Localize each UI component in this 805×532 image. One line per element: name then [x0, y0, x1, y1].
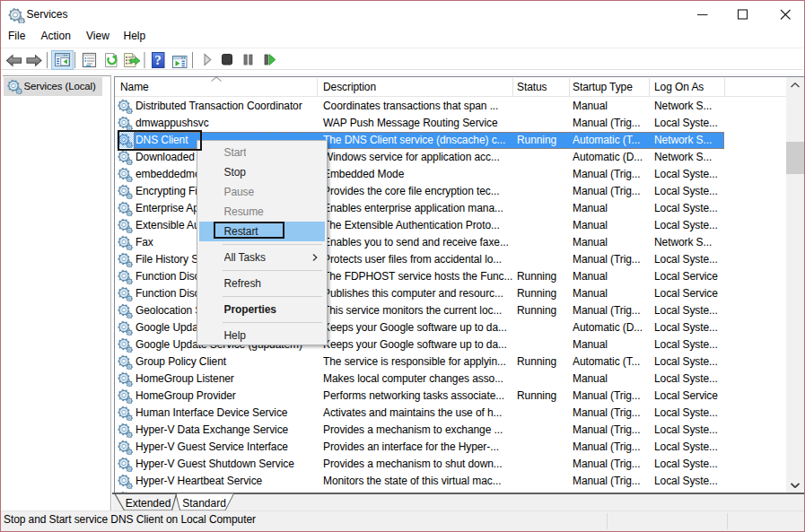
svg-text:?: ?	[154, 53, 162, 67]
svg-text:Extended: Extended	[126, 497, 171, 510]
svg-text:Standard: Standard	[182, 497, 226, 510]
